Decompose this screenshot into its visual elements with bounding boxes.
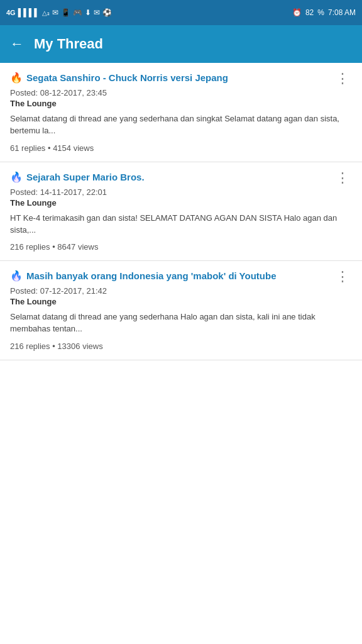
soccer-icon: ⚽	[102, 8, 112, 17]
more-options-button[interactable]: ⋮	[333, 270, 352, 284]
time-display: 7:08 AM	[328, 8, 356, 17]
thread-preview: HT Ke-4 terimakasih gan dan sista! SELAM…	[10, 213, 352, 236]
thread-list: 🔥Segata Sanshiro - Chuck Norris versi Je…	[0, 63, 362, 360]
thread-item[interactable]: 🔥Segata Sanshiro - Chuck Norris versi Je…	[0, 63, 362, 162]
alarm-icon: ⏰	[292, 8, 302, 17]
thread-title-row: 🔥Sejarah Super Mario Bros. ⋮	[10, 171, 352, 185]
thread-posted-date: Posted: 14-11-2017, 22:01	[10, 187, 352, 197]
thread-title[interactable]: 🔥Segata Sanshiro - Chuck Norris versi Je…	[10, 72, 333, 85]
thread-title[interactable]: 🔥Sejarah Super Mario Bros.	[10, 171, 333, 184]
thread-stats: 61 replies • 4154 views	[10, 143, 352, 153]
status-bar: 4G ▌▌▌▌ △₂ ✉ 📱 🎮 ⬇ ✉ ⚽ ⏰ 82% 7:08 AM	[0, 0, 362, 25]
thread-posted-date: Posted: 07-12-2017, 21:42	[10, 286, 352, 296]
thread-preview: Selamat datang di thread ane yang sederh…	[10, 311, 352, 335]
thread-item[interactable]: 🔥Masih banyak orang Indonesia yang 'mabo…	[0, 261, 362, 360]
thread-preview: Selamat datang di thread ane yang sederh…	[10, 113, 352, 137]
more-options-button[interactable]: ⋮	[333, 171, 352, 185]
thread-title[interactable]: 🔥Masih banyak orang Indonesia yang 'mabo…	[10, 270, 333, 283]
thread-icon: 🔥	[10, 270, 23, 281]
thread-title-row: 🔥Masih banyak orang Indonesia yang 'mabo…	[10, 270, 352, 284]
thread-stats: 216 replies • 8647 views	[10, 242, 352, 252]
app-header: ← My Thread	[0, 25, 362, 63]
download-icon: ⬇	[85, 8, 91, 17]
whatsapp-icon: 📱	[61, 8, 70, 17]
thread-icon: 🔥	[10, 72, 23, 83]
thread-item[interactable]: 🔥Sejarah Super Mario Bros. ⋮ Posted: 14-…	[0, 162, 362, 262]
thread-posted-date: Posted: 08-12-2017, 23:45	[10, 88, 352, 97]
discord-icon: 🎮	[73, 8, 82, 17]
signal-icon: ▌▌▌▌	[18, 8, 40, 17]
more-options-button[interactable]: ⋮	[333, 72, 352, 86]
thread-category: The Lounge	[10, 198, 352, 208]
sms-icon: ✉	[52, 8, 58, 17]
status-right: ⏰ 82% 7:08 AM	[292, 8, 356, 17]
sim2-indicator: △₂	[42, 9, 50, 16]
battery-indicator: 82	[305, 8, 314, 17]
network-indicator: 4G	[6, 9, 16, 16]
thread-category: The Lounge	[10, 99, 352, 108]
gmail-icon: ✉	[94, 8, 100, 17]
thread-stats: 216 replies • 13306 views	[10, 341, 352, 351]
thread-title-row: 🔥Segata Sanshiro - Chuck Norris versi Je…	[10, 72, 352, 86]
page-title: My Thread	[34, 36, 103, 52]
thread-icon: 🔥	[10, 172, 23, 182]
status-left: 4G ▌▌▌▌ △₂ ✉ 📱 🎮 ⬇ ✉ ⚽	[6, 8, 112, 17]
thread-category: The Lounge	[10, 297, 352, 306]
back-button[interactable]: ←	[10, 36, 24, 52]
